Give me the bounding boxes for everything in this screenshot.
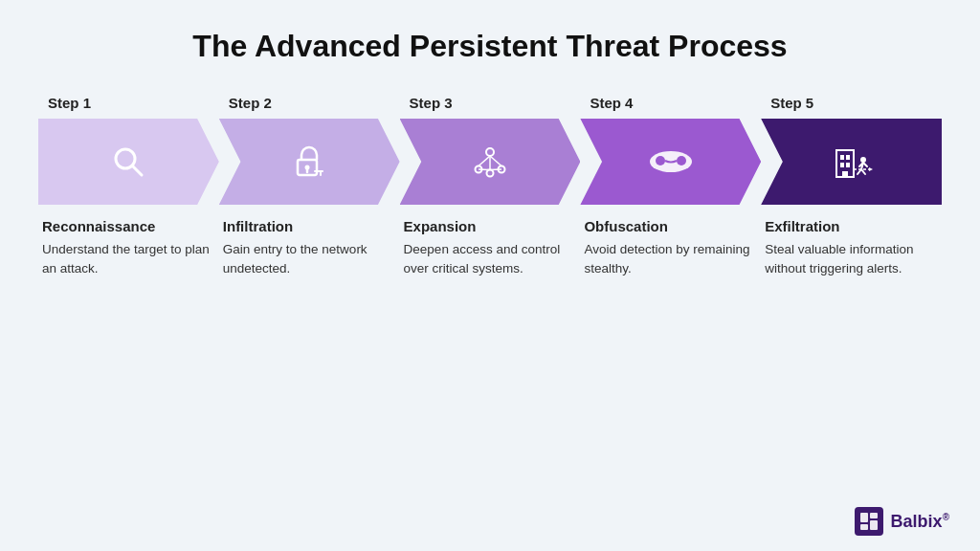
step-col-5: Step 5 ExfiltrationSteal valuable inform…: [761, 95, 942, 279]
step-label-4: Step 4: [580, 95, 633, 111]
svg-point-7: [486, 148, 494, 156]
svg-rect-35: [860, 513, 868, 522]
arrow-wrap-3: [400, 119, 581, 205]
svg-point-19: [677, 156, 686, 165]
step-name-2: Infiltration: [219, 218, 293, 234]
step-col-3: Step 3 ExpansionDeepen access and contro…: [400, 95, 581, 279]
step-label-1: Step 1: [38, 95, 91, 111]
svg-rect-34: [855, 507, 883, 536]
arrow-wrap-1: [38, 119, 219, 205]
step-icon-1: [107, 141, 149, 183]
step-desc-4: Avoid detection by remaining stealthy.: [580, 240, 761, 279]
step-label-5: Step 5: [761, 95, 813, 111]
svg-line-15: [490, 169, 501, 170]
step-icon-5: [831, 141, 873, 183]
arrow-wrap-5: [761, 119, 942, 205]
step-desc-3: Deepen access and control over critical …: [400, 240, 581, 279]
step-desc-1: Understand the target to plan an attack.: [38, 240, 219, 279]
arrow-shape-3: [400, 119, 581, 205]
svg-point-9: [486, 170, 493, 177]
balbix-logo-icon: [855, 507, 883, 536]
arrow-shape-1: [38, 119, 219, 205]
step-col-2: Step 2 InfiltrationGain entry to the net…: [219, 95, 400, 279]
logo-text: Balbix®: [891, 512, 949, 532]
step-name-3: Expansion: [400, 218, 477, 234]
step-name-4: Obfuscation: [580, 218, 668, 234]
svg-rect-23: [840, 163, 844, 167]
svg-line-31: [863, 163, 867, 166]
svg-rect-24: [846, 163, 850, 167]
step-desc-2: Gain entry to the network undetected.: [219, 240, 400, 279]
arrow-wrap-2: [219, 119, 400, 205]
step-icon-4: [647, 141, 695, 183]
svg-line-13: [490, 156, 501, 166]
step-icon-3: [469, 141, 511, 183]
step-icon-2: [288, 141, 330, 183]
steps-container: Step 1 ReconnaissanceUnderstand the targ…: [38, 95, 942, 279]
svg-rect-37: [870, 520, 878, 530]
arrow-wrap-4: [580, 119, 761, 205]
svg-line-1: [132, 165, 142, 175]
page-title: The Advanced Persistent Threat Process: [192, 29, 787, 64]
step-col-1: Step 1 ReconnaissanceUnderstand the targ…: [38, 95, 219, 279]
step-label-2: Step 2: [219, 95, 272, 111]
arrow-shape-5: [761, 119, 942, 205]
logo-area: Balbix®: [855, 507, 949, 536]
svg-rect-36: [870, 513, 878, 518]
step-name-5: Exfiltration: [761, 218, 839, 234]
svg-line-11: [479, 156, 490, 166]
arrow-shape-2: [219, 119, 400, 205]
svg-rect-21: [840, 155, 844, 160]
svg-rect-25: [842, 171, 848, 177]
svg-point-18: [656, 156, 665, 165]
step-name-1: Reconnaissance: [38, 218, 155, 234]
svg-rect-38: [860, 524, 868, 530]
svg-rect-22: [846, 155, 850, 160]
logo-trademark: ®: [943, 512, 949, 522]
step-label-3: Step 3: [400, 95, 453, 111]
svg-line-14: [479, 169, 490, 170]
arrow-shape-4: [580, 119, 761, 205]
step-col-4: Step 4 ObfuscationAvoid detection by rem…: [580, 95, 761, 279]
step-desc-5: Steal valuable information without trigg…: [761, 240, 942, 279]
svg-marker-33: [869, 167, 873, 171]
